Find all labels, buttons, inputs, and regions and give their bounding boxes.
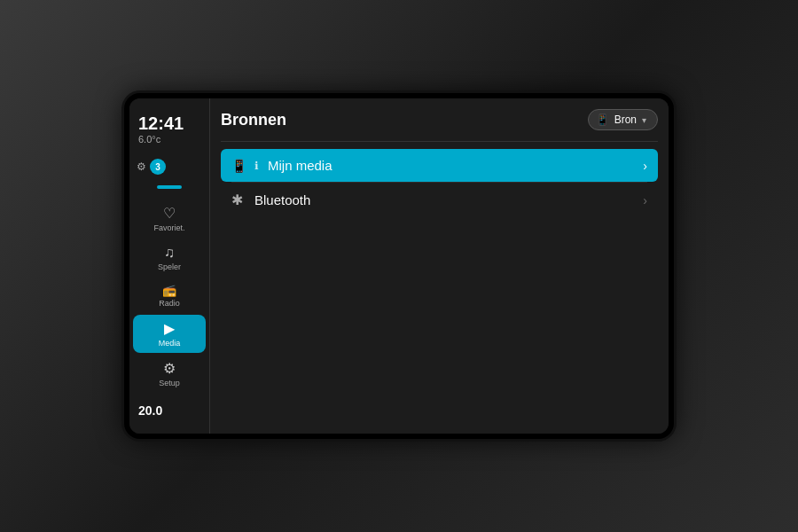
nav-item-radio[interactable]: 📻 Radio bbox=[133, 278, 206, 313]
square-indicator bbox=[157, 185, 182, 189]
car-dashboard: 12:41 6.0°c ⚙ 3 ♡ Favoriet. ♫ bbox=[0, 0, 798, 532]
info-icon: ℹ bbox=[254, 160, 259, 172]
section-title: Bronnen bbox=[221, 111, 286, 129]
nav-label-favoriet: Favoriet. bbox=[153, 223, 184, 232]
heart-icon: ♡ bbox=[163, 205, 176, 222]
source-button[interactable]: 📱 Bron ▾ bbox=[588, 109, 658, 130]
source-button-label: Bron bbox=[614, 113, 637, 126]
nav-icons: ♡ Favoriet. ♫ Speler 📻 Radio bbox=[129, 196, 209, 396]
media-item-bluetooth[interactable]: ✱ Bluetooth › bbox=[221, 183, 658, 217]
mijn-media-label: Mijn media bbox=[268, 158, 643, 173]
infotainment-screen: 12:41 6.0°c ⚙ 3 ♡ Favoriet. ♫ bbox=[129, 98, 669, 434]
gear-icon: ⚙ bbox=[163, 360, 176, 377]
nav-label-setup: Setup bbox=[159, 379, 180, 387]
chevron-right-icon: › bbox=[643, 159, 647, 173]
chevron-right-icon-bt: › bbox=[643, 193, 647, 207]
nav-label-radio: Radio bbox=[159, 299, 180, 308]
nav-item-media[interactable]: ▶ Media bbox=[133, 315, 206, 353]
nav-item-setup[interactable]: ⚙ Setup bbox=[133, 355, 206, 393]
inside-temp: 20.0 bbox=[129, 396, 209, 425]
content-header: Bronnen 📱 Bron ▾ bbox=[221, 109, 658, 130]
media-list: 📱 ℹ Mijn media › ✱ Bluetooth › bbox=[221, 149, 658, 217]
nav-item-favoriet[interactable]: ♡ Favoriet. bbox=[133, 200, 206, 238]
clock-display: 12:41 bbox=[138, 114, 200, 132]
chevron-down-icon: ▾ bbox=[642, 115, 646, 125]
signal-icon: ⚙ bbox=[137, 160, 146, 173]
bluetooth-label: Bluetooth bbox=[254, 192, 643, 207]
right-panel: Bronnen 📱 Bron ▾ 📱 ℹ Mijn media › bbox=[210, 98, 669, 434]
nav-label-speler: Speler bbox=[158, 262, 181, 271]
nav-item-speler[interactable]: ♫ Speler bbox=[133, 239, 206, 277]
time-temp-display: 12:41 6.0°c bbox=[129, 107, 209, 155]
screen-bezel: 12:41 6.0°c ⚙ 3 ♡ Favoriet. ♫ bbox=[124, 93, 674, 439]
notification-badge: 3 bbox=[150, 159, 166, 175]
radio-icon: 📻 bbox=[162, 284, 176, 297]
left-panel: 12:41 6.0°c ⚙ 3 ♡ Favoriet. ♫ bbox=[129, 98, 209, 434]
header-divider bbox=[221, 141, 658, 142]
nav-label-media: Media bbox=[159, 339, 181, 348]
source-icon: 📱 bbox=[596, 113, 609, 126]
status-row: ⚙ 3 bbox=[129, 155, 209, 178]
outside-temp: 6.0°c bbox=[138, 134, 200, 145]
media-item-mijn-media[interactable]: 📱 ℹ Mijn media › bbox=[221, 149, 658, 182]
play-icon: ▶ bbox=[164, 320, 175, 337]
bluetooth-icon: ✱ bbox=[231, 192, 249, 208]
media-source-icon: 📱 bbox=[231, 159, 249, 173]
music-icon: ♫ bbox=[164, 245, 175, 261]
